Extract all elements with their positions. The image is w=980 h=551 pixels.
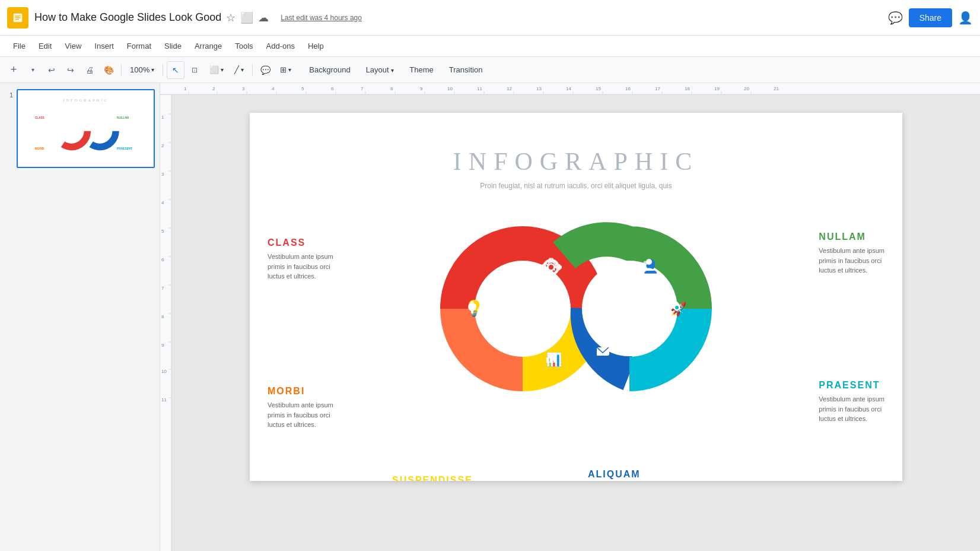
layout-align-button[interactable]: ⊞▾ (275, 61, 296, 79)
text-box-tool[interactable]: ⊡ (186, 61, 203, 79)
menu-file[interactable]: File (7, 39, 31, 53)
praesent-title: PRAESENT (819, 380, 884, 391)
redo-button[interactable]: ↪ (62, 61, 79, 79)
svg-text:16: 16 (625, 86, 631, 91)
svg-text:19: 19 (714, 86, 720, 91)
svg-text:3: 3 (161, 172, 164, 177)
header-right: 💬 Share 👤 (888, 8, 973, 27)
slide-content[interactable]: INFOGRAPHIC Proin feugiat, nisl at rutru… (250, 113, 902, 481)
menu-slide[interactable]: Slide (158, 39, 187, 53)
svg-text:2: 2 (161, 143, 164, 148)
menu-addons[interactable]: Add-ons (260, 39, 301, 53)
svg-text:18: 18 (685, 86, 690, 91)
infinity-diagram: ⚙ 💡 📊 (404, 172, 748, 457)
svg-text:9: 9 (420, 86, 423, 91)
menu-view[interactable]: View (59, 39, 87, 53)
shape-tool[interactable]: ⬜▾ (205, 61, 228, 79)
praesent-label: PRAESENT Vestibulum ante ipsumprimis in … (819, 380, 884, 424)
svg-text:12: 12 (507, 86, 512, 91)
present-icon[interactable]: ⬜ (240, 11, 253, 24)
main-area: 1 INFOGRAPHIC (0, 83, 980, 551)
svg-text:10: 10 (447, 86, 453, 91)
svg-rect-105 (546, 357, 549, 362)
share-button[interactable]: Share (909, 8, 952, 27)
background-button[interactable]: Background (302, 61, 357, 79)
svg-text:10: 10 (161, 369, 167, 374)
canvas-scroll[interactable]: 1 2 3 4 5 6 7 8 9 10 11 (160, 95, 980, 551)
svg-text:MORBI: MORBI (35, 147, 44, 150)
svg-text:4: 4 (161, 200, 164, 205)
menu-insert[interactable]: Insert (88, 39, 120, 53)
zoom-control[interactable]: 100% ▾ (125, 61, 159, 79)
slide-thumbnail-container: 1 INFOGRAPHIC (5, 89, 155, 168)
svg-text:3: 3 (242, 86, 245, 91)
svg-text:PRAESENT: PRAESENT (117, 147, 132, 150)
transition-button[interactable]: Transition (442, 61, 490, 79)
class-body: Vestibulum ante ipsumprimis in faucibus … (268, 252, 333, 281)
add-slide-button[interactable]: + (5, 61, 23, 79)
zoom-dropdown-icon: ▾ (151, 66, 154, 73)
comments-icon[interactable]: 💬 (888, 11, 903, 25)
svg-text:7: 7 (161, 286, 164, 291)
theme-button[interactable]: Theme (402, 61, 440, 79)
comment-button[interactable]: 💬 (256, 61, 274, 79)
svg-point-110 (644, 261, 648, 265)
slide-thumbnail[interactable]: INFOGRAPHIC CLASS NULLAM MORBI PRAESENT (17, 89, 155, 168)
canvas-area: 1 2 3 4 5 6 7 8 9 10 11 12 13 14 15 16 1 (160, 83, 980, 551)
svg-text:2: 2 (212, 86, 215, 91)
add-dropdown[interactable]: ▾ (24, 61, 42, 79)
undo-button[interactable]: ↩ (43, 61, 61, 79)
menu-arrange[interactable]: Arrange (189, 39, 228, 53)
suspendisse-label: SUSPENDISSE Vestibulum ante ipsumprimis … (392, 475, 473, 481)
line-tool[interactable]: ╱▾ (230, 61, 249, 79)
svg-rect-3 (15, 18, 18, 19)
class-title: CLASS (268, 238, 333, 248)
title-bar: How to Make Google Slides Look Good ☆ ⬜ … (0, 0, 980, 36)
svg-point-84 (582, 261, 677, 356)
menu-tools[interactable]: Tools (229, 39, 259, 53)
svg-rect-106 (550, 355, 552, 362)
nullam-title: NULLAM (819, 232, 884, 242)
svg-text:15: 15 (596, 86, 601, 91)
svg-text:13: 13 (536, 86, 542, 91)
svg-text:11: 11 (477, 86, 482, 91)
svg-text:4: 4 (272, 86, 275, 91)
cloud-icon[interactable]: ☁ (258, 11, 269, 24)
praesent-body: Vestibulum ante ipsumprimis in faucibus … (819, 394, 884, 424)
star-icon[interactable]: ☆ (226, 11, 236, 24)
nullam-body: Vestibulum ante ipsumprimis in faucibus … (819, 246, 884, 276)
cursor-tool[interactable]: ↖ (167, 61, 184, 79)
paint-format-button[interactable]: 🎨 (100, 61, 117, 79)
menu-format[interactable]: Format (121, 39, 157, 53)
aliquam-title: ALIQUAM (588, 469, 654, 480)
separator-2 (163, 64, 163, 76)
print-button[interactable]: 🖨 (81, 61, 98, 79)
layout-button[interactable]: Layout ▾ (359, 61, 402, 79)
toolbar: + ▾ ↩ ↪ 🖨 🎨 100% ▾ ↖ ⊡ ⬜▾ ╱▾ 💬 ⊞▾ Backgr… (0, 57, 980, 83)
svg-rect-107 (553, 353, 556, 362)
svg-text:14: 14 (566, 86, 571, 91)
labels-container: CLASS Vestibulum ante ipsumprimis in fau… (250, 113, 902, 481)
svg-text:8: 8 (390, 86, 393, 91)
svg-text:CLASS: CLASS (35, 116, 44, 119)
svg-text:NULLAM: NULLAM (117, 116, 129, 119)
svg-point-83 (475, 261, 570, 356)
svg-text:6: 6 (161, 257, 164, 262)
menu-help[interactable]: Help (302, 39, 330, 53)
aliquam-label: ALIQUAM Vestibulum ante ipsumprimis in f… (588, 469, 654, 481)
svg-text:8: 8 (161, 314, 164, 319)
separator-1 (121, 64, 122, 76)
svg-text:5: 5 (301, 86, 304, 91)
svg-text:5: 5 (161, 229, 164, 234)
slide-number: 1 (5, 89, 13, 99)
svg-text:7: 7 (361, 86, 364, 91)
last-edit-text[interactable]: Last edit was 4 hours ago (281, 14, 362, 22)
svg-text:1: 1 (161, 115, 164, 120)
menu-edit[interactable]: Edit (33, 39, 58, 53)
slide-preview: INFOGRAPHIC CLASS NULLAM MORBI PRAESENT (18, 90, 154, 167)
suspendisse-title: SUSPENDISSE (392, 475, 473, 481)
svg-text:21: 21 (774, 86, 779, 91)
account-icon[interactable]: 👤 (958, 11, 973, 25)
svg-rect-1 (15, 15, 20, 16)
slide-canvas[interactable]: INFOGRAPHIC Proin feugiat, nisl at rutru… (172, 95, 980, 551)
